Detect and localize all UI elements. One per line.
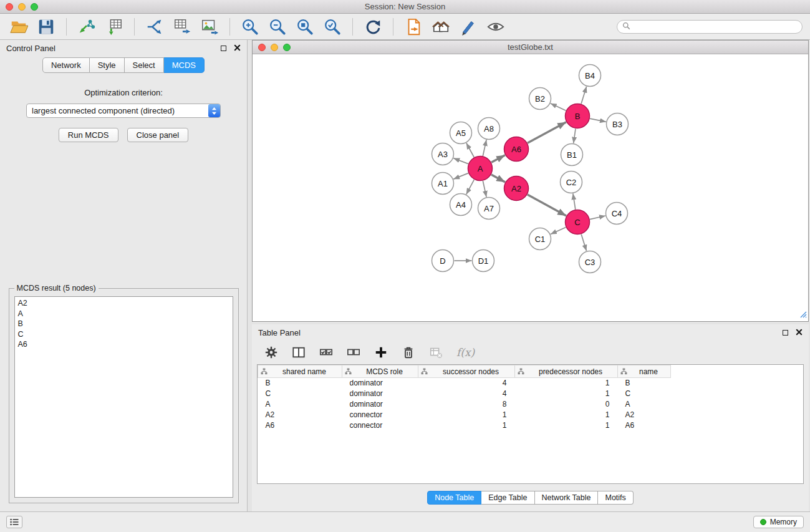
graph-node-A[interactable]: A	[468, 157, 493, 181]
result-list-item[interactable]: B	[18, 319, 229, 329]
mcds-result-list[interactable]: A2ABCA6	[14, 296, 233, 498]
graph-node-A1[interactable]: A1	[432, 173, 454, 195]
graph-node-C[interactable]: C	[566, 210, 590, 235]
graph-node-B1[interactable]: B1	[561, 144, 583, 166]
import-network-icon[interactable]	[75, 16, 98, 37]
result-list-item[interactable]: A6	[18, 339, 229, 350]
graph-edge-B-B3[interactable]	[590, 118, 606, 122]
tab-network[interactable]: Network	[42, 57, 90, 73]
graph-node-A5[interactable]: A5	[450, 122, 472, 144]
graph-node-C2[interactable]: C2	[561, 172, 582, 193]
network-minimize-icon[interactable]	[271, 44, 278, 51]
settings-icon[interactable]	[264, 346, 278, 359]
graph-edge-A-A1[interactable]	[453, 173, 468, 180]
float-panel-icon[interactable]	[221, 46, 226, 51]
graph-edge-A-A8[interactable]	[483, 140, 486, 156]
table-row[interactable]: A6connector11A6	[258, 420, 671, 431]
float-table-panel-icon[interactable]	[783, 330, 788, 336]
tab-motifs[interactable]: Motifs	[598, 491, 633, 505]
open-file-icon[interactable]	[7, 16, 30, 37]
close-panel-icon[interactable]	[234, 44, 241, 53]
graph-node-D1[interactable]: D1	[473, 250, 494, 272]
graph-node-C4[interactable]: C4	[606, 203, 628, 225]
graph-edge-A-A5[interactable]	[466, 143, 474, 157]
graph-node-B[interactable]: B	[566, 104, 590, 128]
column-header-name[interactable]: name	[618, 365, 671, 378]
graph-node-B4[interactable]: B4	[579, 65, 601, 87]
graph-node-D[interactable]: D	[432, 250, 454, 272]
result-list-item[interactable]: A	[18, 309, 229, 319]
export-image-icon[interactable]	[198, 16, 221, 37]
network-zoom-icon[interactable]	[283, 44, 291, 51]
column-header-predecessor-nodes[interactable]: predecessor nodes	[515, 365, 618, 378]
table-row[interactable]: Bdominator41B	[258, 378, 671, 389]
optimization-select[interactable]: largest connected component (directed)	[26, 104, 221, 118]
export-network-icon[interactable]	[143, 16, 166, 37]
result-list-item[interactable]: C	[18, 329, 229, 340]
tab-select[interactable]: Select	[125, 57, 164, 73]
minimize-window-icon[interactable]	[18, 3, 26, 11]
split-columns-icon[interactable]	[292, 346, 306, 359]
network-graph[interactable]: AA1A2A3A4A5A6A7A8BB1B2B3B4CC1C2C3C4DD1	[253, 54, 807, 321]
graph-edge-B-B4[interactable]	[581, 87, 587, 104]
tab-node-table[interactable]: Node Table	[427, 491, 481, 505]
search-input[interactable]	[634, 22, 797, 31]
save-icon[interactable]	[35, 16, 57, 37]
export-table-icon[interactable]	[171, 16, 193, 37]
zoom-out-icon[interactable]	[266, 16, 289, 37]
column-header-shared-name[interactable]: shared name	[258, 365, 342, 378]
graph-node-A8[interactable]: A8	[478, 118, 500, 140]
home-view-icon[interactable]	[430, 16, 452, 37]
network-canvas[interactable]: AA1A2A3A4A5A6A7A8BB1B2B3B4CC1C2C3C4DD1	[253, 54, 808, 321]
tab-network-table[interactable]: Network Table	[535, 491, 599, 505]
tab-edge-table[interactable]: Edge Table	[481, 491, 534, 505]
graph-edge-A-A3[interactable]	[453, 158, 468, 164]
column-header-MCDS-role[interactable]: MCDS role	[342, 365, 418, 378]
close-table-panel-icon[interactable]	[796, 328, 803, 337]
select-all-icon[interactable]	[319, 346, 333, 359]
table-row[interactable]: Adominator80A	[258, 399, 671, 410]
show-hide-icon[interactable]	[485, 16, 507, 37]
import-table-icon[interactable]	[103, 16, 125, 37]
hide-columns-icon[interactable]	[429, 346, 443, 359]
graph-node-B2[interactable]: B2	[529, 88, 551, 110]
close-panel-button[interactable]: Close panel	[127, 128, 189, 142]
tab-style[interactable]: Style	[90, 57, 125, 73]
graph-edge-C-C4[interactable]	[590, 216, 605, 220]
network-close-icon[interactable]	[258, 44, 266, 51]
graph-edge-A2-C[interactable]	[528, 195, 566, 216]
graph-edge-A6-B[interactable]	[528, 122, 566, 143]
table-row[interactable]: A2connector11A2	[258, 410, 671, 420]
graph-edge-A-A2[interactable]	[491, 175, 505, 182]
memory-button[interactable]: Memory	[753, 516, 804, 528]
graph-edge-C-C1[interactable]	[551, 227, 566, 234]
close-window-icon[interactable]	[6, 3, 13, 11]
network-from-file-icon[interactable]	[402, 16, 425, 37]
column-header-successor-nodes[interactable]: successor nodes	[418, 365, 515, 378]
graph-node-C1[interactable]: C1	[529, 228, 551, 250]
zoom-selected-icon[interactable]	[321, 16, 344, 37]
fx-function-button[interactable]: f(x)	[456, 346, 475, 359]
graph-edge-A-A4[interactable]	[466, 180, 475, 195]
graph-edge-B-B2[interactable]	[551, 104, 566, 111]
graph-edge-A-A7[interactable]	[483, 181, 486, 197]
delete-icon[interactable]	[402, 346, 415, 359]
tab-mcds[interactable]: MCDS	[164, 57, 205, 73]
graph-node-A4[interactable]: A4	[450, 194, 472, 216]
graph-edge-A-A6[interactable]	[491, 155, 505, 163]
graph-edge-C-C3[interactable]	[581, 235, 586, 251]
unselect-all-icon[interactable]	[347, 346, 360, 359]
zoom-window-icon[interactable]	[31, 3, 38, 11]
graph-node-B3[interactable]: B3	[607, 114, 629, 135]
graph-node-A6[interactable]: A6	[504, 137, 529, 162]
zoom-fit-icon[interactable]	[294, 16, 316, 37]
graph-edge-C-C2[interactable]	[573, 193, 576, 209]
graph-node-A3[interactable]: A3	[432, 143, 454, 165]
run-mcds-button[interactable]: Run MCDS	[59, 128, 118, 142]
graph-node-A2[interactable]: A2	[504, 177, 529, 201]
add-icon[interactable]	[374, 346, 388, 359]
graph-node-A7[interactable]: A7	[478, 198, 500, 220]
refresh-icon[interactable]	[362, 16, 384, 37]
graph-edge-B-B1[interactable]	[574, 128, 576, 143]
search-box[interactable]	[617, 20, 803, 34]
